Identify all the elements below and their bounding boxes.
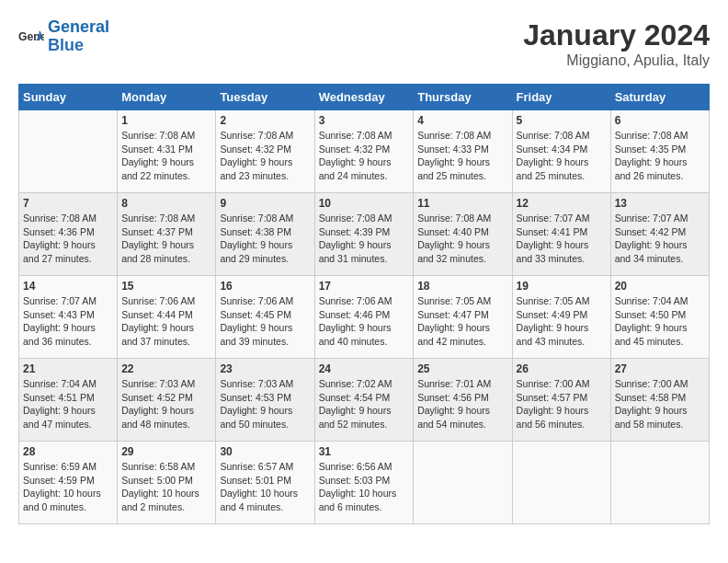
calendar-cell: 19Sunrise: 7:05 AMSunset: 4:49 PMDayligh…: [512, 276, 610, 359]
logo: General General Blue: [18, 18, 109, 55]
day-number: 24: [319, 362, 410, 375]
calendar-cell: 9Sunrise: 7:08 AMSunset: 4:38 PMDaylight…: [216, 193, 314, 276]
calendar-cell: 3Sunrise: 7:08 AMSunset: 4:32 PMDaylight…: [314, 110, 414, 193]
day-info: Sunrise: 6:59 AMSunset: 4:59 PMDaylight:…: [23, 460, 113, 514]
day-number: 16: [220, 280, 310, 293]
day-header-thursday: Thursday: [414, 85, 512, 110]
calendar-cell: 27Sunrise: 7:00 AMSunset: 4:58 PMDayligh…: [610, 359, 709, 442]
day-header-saturday: Saturday: [610, 85, 709, 110]
day-info: Sunrise: 7:08 AMSunset: 4:33 PMDaylight:…: [417, 129, 507, 183]
calendar-cell: 10Sunrise: 7:08 AMSunset: 4:39 PMDayligh…: [314, 193, 414, 276]
calendar-cell: 22Sunrise: 7:03 AMSunset: 4:52 PMDayligh…: [118, 359, 216, 442]
calendar-cell: [512, 442, 610, 524]
calendar-cell: 2Sunrise: 7:08 AMSunset: 4:32 PMDaylight…: [216, 110, 314, 193]
day-info: Sunrise: 7:02 AMSunset: 4:54 PMDaylight:…: [319, 377, 410, 431]
calendar-cell: 5Sunrise: 7:08 AMSunset: 4:34 PMDaylight…: [512, 110, 610, 193]
day-info: Sunrise: 7:05 AMSunset: 4:47 PMDaylight:…: [417, 294, 507, 349]
day-number: 18: [417, 280, 507, 293]
page-header: General General Blue January 2024 Miggia…: [18, 18, 710, 69]
calendar-cell: 28Sunrise: 6:59 AMSunset: 4:59 PMDayligh…: [19, 442, 118, 524]
week-row-3: 14Sunrise: 7:07 AMSunset: 4:43 PMDayligh…: [19, 276, 710, 359]
title-block: January 2024 Miggiano, Apulia, Italy: [523, 18, 710, 69]
day-info: Sunrise: 7:08 AMSunset: 4:39 PMDaylight:…: [319, 212, 410, 266]
calendar-cell: 4Sunrise: 7:08 AMSunset: 4:33 PMDaylight…: [414, 110, 512, 193]
day-header-sunday: Sunday: [19, 85, 118, 110]
calendar-cell: 31Sunrise: 6:56 AMSunset: 5:03 PMDayligh…: [314, 442, 414, 524]
calendar-cell: [19, 110, 118, 193]
day-number: 25: [417, 362, 507, 375]
day-info: Sunrise: 7:03 AMSunset: 4:52 PMDaylight:…: [121, 377, 211, 431]
day-info: Sunrise: 6:56 AMSunset: 5:03 PMDaylight:…: [319, 460, 410, 514]
calendar-cell: 30Sunrise: 6:57 AMSunset: 5:01 PMDayligh…: [216, 442, 314, 524]
day-number: 1: [121, 114, 211, 127]
calendar-cell: 24Sunrise: 7:02 AMSunset: 4:54 PMDayligh…: [314, 359, 414, 442]
calendar-cell: 18Sunrise: 7:05 AMSunset: 4:47 PMDayligh…: [414, 276, 512, 359]
day-info: Sunrise: 7:05 AMSunset: 4:49 PMDaylight:…: [517, 294, 607, 349]
calendar-cell: 13Sunrise: 7:07 AMSunset: 4:42 PMDayligh…: [610, 193, 709, 276]
day-number: 19: [517, 280, 607, 293]
calendar-cell: 17Sunrise: 7:06 AMSunset: 4:46 PMDayligh…: [314, 276, 414, 359]
day-number: 23: [220, 362, 310, 375]
week-row-2: 7Sunrise: 7:08 AMSunset: 4:36 PMDaylight…: [19, 193, 710, 276]
calendar-cell: 20Sunrise: 7:04 AMSunset: 4:50 PMDayligh…: [610, 276, 709, 359]
day-info: Sunrise: 6:58 AMSunset: 5:00 PMDaylight:…: [121, 460, 211, 514]
day-header-friday: Friday: [512, 85, 610, 110]
day-number: 22: [121, 362, 211, 375]
logo-text: General Blue: [48, 18, 109, 55]
day-info: Sunrise: 7:08 AMSunset: 4:37 PMDaylight:…: [121, 212, 211, 266]
calendar-cell: 29Sunrise: 6:58 AMSunset: 5:00 PMDayligh…: [118, 442, 216, 524]
day-info: Sunrise: 7:08 AMSunset: 4:31 PMDaylight:…: [121, 129, 211, 183]
calendar-cell: 11Sunrise: 7:08 AMSunset: 4:40 PMDayligh…: [414, 193, 512, 276]
calendar-cell: 6Sunrise: 7:08 AMSunset: 4:35 PMDaylight…: [610, 110, 709, 193]
calendar-title: January 2024: [523, 18, 710, 52]
day-number: 11: [417, 197, 507, 210]
day-number: 27: [615, 362, 705, 375]
day-info: Sunrise: 7:00 AMSunset: 4:57 PMDaylight:…: [517, 377, 607, 431]
day-header-tuesday: Tuesday: [216, 85, 314, 110]
day-number: 3: [319, 114, 410, 127]
day-header-monday: Monday: [118, 85, 216, 110]
day-info: Sunrise: 7:06 AMSunset: 4:45 PMDaylight:…: [220, 294, 310, 349]
calendar-cell: 8Sunrise: 7:08 AMSunset: 4:37 PMDaylight…: [118, 193, 216, 276]
day-number: 8: [121, 197, 211, 210]
calendar-cell: [610, 442, 709, 524]
day-number: 14: [23, 280, 113, 293]
day-number: 17: [319, 280, 410, 293]
day-number: 28: [23, 445, 113, 458]
day-info: Sunrise: 7:08 AMSunset: 4:35 PMDaylight:…: [615, 129, 705, 183]
day-info: Sunrise: 7:00 AMSunset: 4:58 PMDaylight:…: [615, 377, 705, 431]
day-number: 9: [220, 197, 310, 210]
day-info: Sunrise: 7:04 AMSunset: 4:51 PMDaylight:…: [23, 377, 113, 431]
calendar-cell: 12Sunrise: 7:07 AMSunset: 4:41 PMDayligh…: [512, 193, 610, 276]
day-info: Sunrise: 7:08 AMSunset: 4:40 PMDaylight:…: [417, 212, 507, 266]
day-info: Sunrise: 7:06 AMSunset: 4:44 PMDaylight:…: [121, 294, 211, 349]
calendar-cell: 16Sunrise: 7:06 AMSunset: 4:45 PMDayligh…: [216, 276, 314, 359]
day-number: 12: [517, 197, 607, 210]
header-row: SundayMondayTuesdayWednesdayThursdayFrid…: [19, 85, 710, 110]
day-info: Sunrise: 7:08 AMSunset: 4:36 PMDaylight:…: [23, 212, 113, 266]
day-info: Sunrise: 7:07 AMSunset: 4:41 PMDaylight:…: [517, 212, 607, 266]
week-row-5: 28Sunrise: 6:59 AMSunset: 4:59 PMDayligh…: [19, 442, 710, 524]
day-number: 13: [615, 197, 705, 210]
day-info: Sunrise: 7:06 AMSunset: 4:46 PMDaylight:…: [319, 294, 410, 349]
calendar-cell: 26Sunrise: 7:00 AMSunset: 4:57 PMDayligh…: [512, 359, 610, 442]
day-info: Sunrise: 7:07 AMSunset: 4:43 PMDaylight:…: [23, 294, 113, 349]
calendar-cell: 14Sunrise: 7:07 AMSunset: 4:43 PMDayligh…: [19, 276, 118, 359]
calendar-cell: 23Sunrise: 7:03 AMSunset: 4:53 PMDayligh…: [216, 359, 314, 442]
calendar-cell: 15Sunrise: 7:06 AMSunset: 4:44 PMDayligh…: [118, 276, 216, 359]
calendar-cell: 25Sunrise: 7:01 AMSunset: 4:56 PMDayligh…: [414, 359, 512, 442]
week-row-1: 1Sunrise: 7:08 AMSunset: 4:31 PMDaylight…: [19, 110, 710, 193]
day-number: 21: [23, 362, 113, 375]
calendar-table: SundayMondayTuesdayWednesdayThursdayFrid…: [18, 84, 710, 524]
calendar-cell: 21Sunrise: 7:04 AMSunset: 4:51 PMDayligh…: [19, 359, 118, 442]
day-number: 30: [220, 445, 310, 458]
week-row-4: 21Sunrise: 7:04 AMSunset: 4:51 PMDayligh…: [19, 359, 710, 442]
day-number: 31: [319, 445, 410, 458]
calendar-subtitle: Miggiano, Apulia, Italy: [523, 52, 710, 69]
day-number: 20: [615, 280, 705, 293]
day-info: Sunrise: 7:08 AMSunset: 4:32 PMDaylight:…: [220, 129, 310, 183]
day-info: Sunrise: 7:08 AMSunset: 4:38 PMDaylight:…: [220, 212, 310, 266]
day-header-wednesday: Wednesday: [314, 85, 414, 110]
day-info: Sunrise: 7:08 AMSunset: 4:34 PMDaylight:…: [517, 129, 607, 183]
day-number: 10: [319, 197, 410, 210]
